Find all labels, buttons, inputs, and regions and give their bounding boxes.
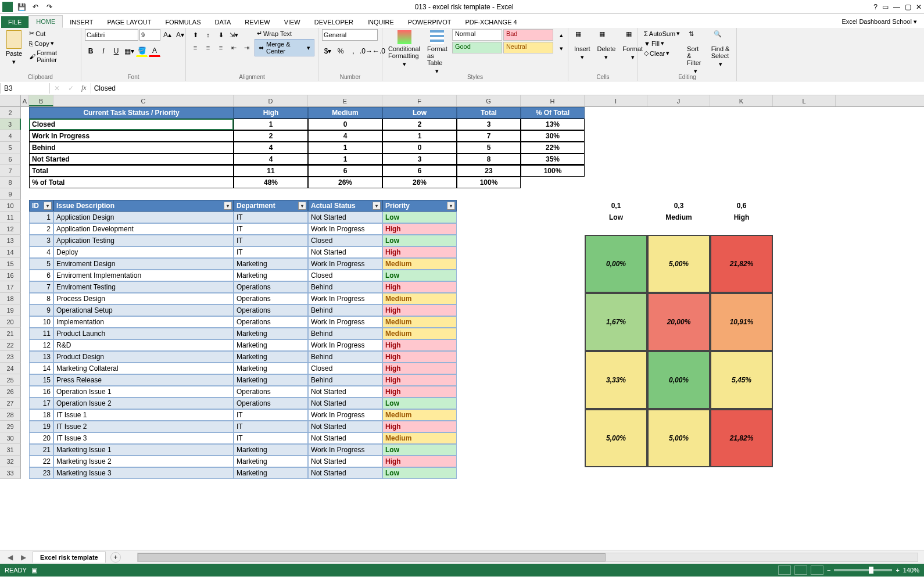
page-break-view-icon[interactable] — [811, 565, 823, 575]
issue-id-2[interactable]: 3 — [29, 235, 53, 246]
row-header-12[interactable]: 12 — [0, 223, 21, 235]
align-center-icon[interactable]: ≡ — [202, 42, 214, 53]
row-header-14[interactable]: 14 — [0, 246, 21, 258]
issue-dept-6[interactable]: Operations — [234, 281, 308, 293]
page-layout-view-icon[interactable] — [794, 565, 807, 575]
issue-id-21[interactable]: 22 — [29, 456, 53, 467]
issue-prio-6[interactable]: High — [382, 281, 457, 293]
summary-high-0[interactable]: 1 — [234, 119, 308, 130]
issue-desc-10[interactable]: Product Launch — [53, 328, 234, 339]
matrix-cell-1-1[interactable]: 20,00% — [647, 293, 710, 351]
summary-header-medium[interactable]: Medium — [308, 107, 382, 119]
issue-dept-20[interactable]: Marketing — [234, 444, 308, 456]
row-header-21[interactable]: 21 — [0, 328, 21, 339]
issue-status-20[interactable]: Work In Progress — [308, 444, 382, 456]
issue-status-14[interactable]: Behind — [308, 374, 382, 386]
summary-label-1[interactable]: Work In Progress — [29, 130, 234, 142]
col-header-L[interactable]: L — [773, 95, 836, 106]
tab-page-layout[interactable]: PAGE LAYOUT — [100, 16, 158, 28]
issue-id-3[interactable]: 4 — [29, 246, 53, 258]
issue-prio-13[interactable]: High — [382, 363, 457, 374]
summary-label-2[interactable]: Behind — [29, 142, 234, 153]
row-header-8[interactable]: 8 — [0, 177, 21, 188]
issue-status-22[interactable]: Not Started — [308, 467, 382, 479]
issue-id-16[interactable]: 17 — [29, 398, 53, 409]
summary-med-0[interactable]: 0 — [308, 119, 382, 130]
summary-med-3[interactable]: 1 — [308, 153, 382, 165]
summary-label-3[interactable]: Not Started — [29, 153, 234, 165]
issue-dept-4[interactable]: Marketing — [234, 258, 308, 270]
issue-prio-1[interactable]: High — [382, 223, 457, 235]
row-header-20[interactable]: 20 — [0, 316, 21, 328]
matrix-cell-3-2[interactable]: 21,82% — [710, 409, 773, 467]
increase-indent-icon[interactable]: ⇥ — [241, 42, 252, 53]
issue-status-5[interactable]: Closed — [308, 270, 382, 281]
normal-view-icon[interactable] — [778, 565, 791, 575]
row-header-28[interactable]: 28 — [0, 409, 21, 421]
issue-dept-1[interactable]: IT — [234, 223, 308, 235]
row-header-25[interactable]: 25 — [0, 374, 21, 386]
summary-low-3[interactable]: 3 — [382, 153, 457, 165]
tab-pdf[interactable]: PDF-XChange 4 — [458, 16, 524, 28]
row-header-5[interactable]: 5 — [0, 142, 21, 153]
issue-prio-9[interactable]: Medium — [382, 316, 457, 328]
style-neutral[interactable]: Neutral — [503, 42, 553, 53]
summary-low-4[interactable]: 6 — [382, 165, 457, 177]
clear-button[interactable]: ◇Clear ▾ — [642, 49, 682, 58]
issue-dept-9[interactable]: Operations — [234, 316, 308, 328]
zoom-level[interactable]: 140% — [903, 567, 919, 574]
summary-header-low[interactable]: Low — [382, 107, 457, 119]
filter-icon[interactable] — [298, 202, 306, 210]
issue-desc-2[interactable]: Application Testing — [53, 235, 234, 246]
issue-prio-10[interactable]: Medium — [382, 328, 457, 339]
style-good[interactable]: Good — [452, 42, 502, 53]
issue-dept-3[interactable]: IT — [234, 246, 308, 258]
issue-desc-15[interactable]: Operation Issue 1 — [53, 386, 234, 398]
col-header-E[interactable]: E — [308, 95, 382, 106]
matrix-colval-2[interactable]: 0,6 — [710, 200, 773, 212]
issue-desc-7[interactable]: Process Design — [53, 293, 234, 305]
close-icon[interactable]: ✕ — [916, 3, 922, 11]
matrix-cell-0-2[interactable]: 21,82% — [710, 235, 773, 293]
issue-status-13[interactable]: Closed — [308, 363, 382, 374]
issue-desc-12[interactable]: Product Design — [53, 351, 234, 363]
issue-desc-5[interactable]: Enviroment Implementation — [53, 270, 234, 281]
issue-prio-3[interactable]: High — [382, 246, 457, 258]
issue-prio-11[interactable]: High — [382, 339, 457, 351]
issue-prio-8[interactable]: High — [382, 305, 457, 316]
issue-dept-12[interactable]: Marketing — [234, 351, 308, 363]
issue-dept-16[interactable]: Operations — [234, 398, 308, 409]
issue-prio-19[interactable]: Medium — [382, 432, 457, 444]
issue-desc-21[interactable]: Marketing Issue 2 — [53, 456, 234, 467]
minimize-icon[interactable]: — — [893, 3, 900, 11]
issue-dept-21[interactable]: Marketing — [234, 456, 308, 467]
bold-button[interactable]: B — [85, 45, 96, 57]
matrix-collabel-1[interactable]: Medium — [647, 212, 710, 223]
issue-id-20[interactable]: 21 — [29, 444, 53, 456]
ribbon-options-icon[interactable]: ▭ — [882, 3, 889, 11]
excel-icon[interactable] — [2, 2, 13, 12]
row-header-7[interactable]: 7 — [0, 165, 21, 177]
summary-pct-4[interactable]: 100% — [521, 165, 585, 177]
tab-data[interactable]: DATA — [208, 16, 238, 28]
summary-high-4[interactable]: 11 — [234, 165, 308, 177]
row-header-23[interactable]: 23 — [0, 351, 21, 363]
row-header-22[interactable]: 22 — [0, 339, 21, 351]
issue-desc-16[interactable]: Operation Issue 2 — [53, 398, 234, 409]
issue-id-6[interactable]: 7 — [29, 281, 53, 293]
filter-icon[interactable] — [224, 202, 232, 210]
issues-hdr-id[interactable]: ID — [29, 200, 53, 212]
align-left-icon[interactable]: ≡ — [189, 42, 201, 53]
issue-prio-16[interactable]: Low — [382, 398, 457, 409]
summary-total-3[interactable]: 8 — [457, 153, 521, 165]
summary-low-2[interactable]: 0 — [382, 142, 457, 153]
issue-prio-14[interactable]: High — [382, 374, 457, 386]
summary-pct-2[interactable]: 22% — [521, 142, 585, 153]
underline-button[interactable]: U — [110, 45, 122, 57]
issue-desc-22[interactable]: Marketing Issue 3 — [53, 467, 234, 479]
summary-med-4[interactable]: 6 — [308, 165, 382, 177]
issue-dept-8[interactable]: Operations — [234, 305, 308, 316]
percent-format-icon[interactable]: % — [335, 45, 346, 57]
issue-id-10[interactable]: 11 — [29, 328, 53, 339]
increase-font-icon[interactable]: A▴ — [162, 29, 173, 41]
